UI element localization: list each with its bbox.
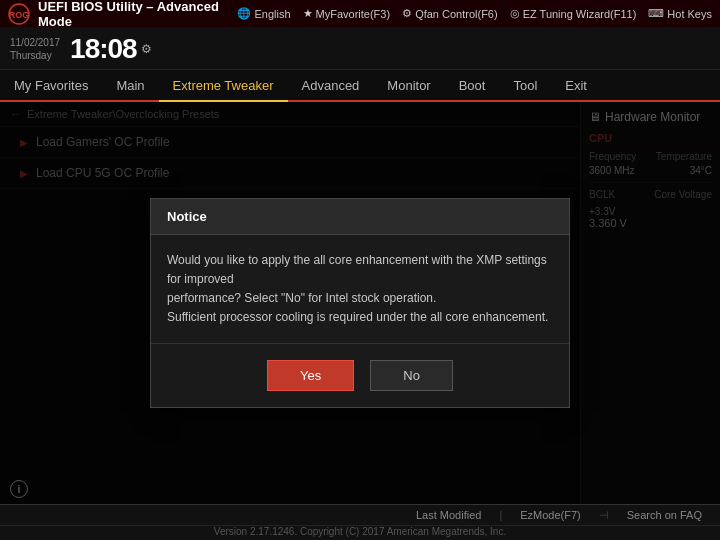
datetime-bar: 11/02/2017 Thursday 18:08 ⚙ — [0, 28, 720, 70]
left-panel: ← Extreme Tweaker\Overclocking Presets ▶… — [0, 102, 580, 504]
svg-text:ROG: ROG — [9, 10, 30, 20]
yes-button[interactable]: Yes — [267, 360, 354, 391]
nav-extreme-tweaker[interactable]: Extreme Tweaker — [159, 70, 288, 102]
nav-boot[interactable]: Boot — [445, 70, 500, 102]
clock-display: 18:08 — [70, 33, 137, 65]
no-button[interactable]: No — [370, 360, 453, 391]
header-actions: 🌐 English ★ MyFavorite(F3) ⚙ Qfan Contro… — [237, 7, 712, 20]
nav-exit[interactable]: Exit — [551, 70, 601, 102]
nav-bar: My Favorites Main Extreme Tweaker Advanc… — [0, 70, 720, 102]
footer: Last Modified | EzMode(F7) ⊣ Search on F… — [0, 504, 720, 540]
date-display: 11/02/2017 Thursday — [10, 36, 60, 62]
header: ROG UEFI BIOS Utility – Advanced Mode 🌐 … — [0, 0, 720, 28]
fan-icon: ⚙ — [402, 7, 412, 20]
last-modified-link[interactable]: Last Modified — [408, 507, 489, 523]
star-icon: ★ — [303, 7, 313, 20]
nav-advanced[interactable]: Advanced — [288, 70, 374, 102]
footer-links: Last Modified | EzMode(F7) ⊣ Search on F… — [0, 507, 720, 526]
dialog-footer: Yes No — [151, 343, 569, 407]
ezmode-link[interactable]: EzMode(F7) — [512, 507, 589, 523]
keyboard-icon: ⌨ — [648, 7, 664, 20]
nav-tool[interactable]: Tool — [499, 70, 551, 102]
dialog-body: Would you like to apply the all core enh… — [151, 235, 569, 344]
dialog-title: Notice — [151, 199, 569, 235]
info-bar: i — [0, 474, 720, 504]
main-area: ← Extreme Tweaker\Overclocking Presets ▶… — [0, 102, 720, 504]
wand-icon: ◎ — [510, 7, 520, 20]
rog-logo-icon: ROG — [8, 3, 30, 25]
bios-title: UEFI BIOS Utility – Advanced Mode — [38, 0, 237, 29]
notice-dialog: Notice Would you like to apply the all c… — [150, 198, 570, 409]
info-button[interactable]: i — [10, 480, 28, 498]
hotkeys-button[interactable]: ⌨ Hot Keys — [648, 7, 712, 20]
qfan-button[interactable]: ⚙ Qfan Control(F6) — [402, 7, 498, 20]
language-selector[interactable]: 🌐 English — [237, 7, 290, 20]
clock-settings-icon[interactable]: ⚙ — [141, 42, 152, 56]
nav-monitor[interactable]: Monitor — [373, 70, 444, 102]
copyright-text: Version 2.17.1246. Copyright (C) 2017 Am… — [0, 526, 720, 537]
dialog-overlay: Notice Would you like to apply the all c… — [0, 102, 580, 504]
nav-main[interactable]: Main — [102, 70, 158, 102]
nav-my-favorites[interactable]: My Favorites — [0, 70, 102, 102]
eztuning-button[interactable]: ◎ EZ Tuning Wizard(F11) — [510, 7, 637, 20]
search-faq-link[interactable]: Search on FAQ — [619, 507, 710, 523]
globe-icon: 🌐 — [237, 7, 251, 20]
myfavorite-button[interactable]: ★ MyFavorite(F3) — [303, 7, 391, 20]
